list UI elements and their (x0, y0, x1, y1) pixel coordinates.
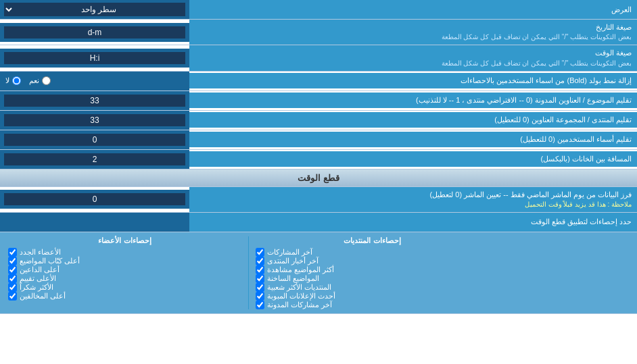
bold-remove-label: إزالة نمط بولد (Bold) من اسماء المستخدمي… (189, 73, 637, 88)
cb-hot-topics-input[interactable] (256, 274, 264, 283)
member-stats-header: إحصاءات الأعضاء (8, 236, 241, 245)
cb-top-inviters: أعلى الداعين (8, 265, 241, 274)
bold-no-radio[interactable] (12, 76, 21, 85)
cb-latest-classifieds-input[interactable] (256, 292, 264, 301)
gap-label: المسافة بين الخانات (بالبكسل) (189, 151, 637, 167)
cb-top-violators-input[interactable] (8, 292, 17, 301)
cutoff-input-cell (0, 190, 189, 209)
cb-forum-news-input[interactable] (256, 257, 264, 265)
bold-remove-radio-cell: نعم لا (0, 72, 189, 90)
cb-forum-news: آخر أخبار المنتدى (256, 257, 489, 265)
cb-new-members: الأعضاء الجدد (8, 248, 241, 257)
cb-most-viewed: أكثر المواضيع مشاهدة (256, 265, 489, 274)
cb-latest-posts: آخر المشاركات (256, 248, 489, 257)
user-order-label-line1: تقليم أسماء المستخدمين (0 للتعطيل) (195, 134, 632, 145)
gap-input-cell (0, 150, 189, 169)
bold-yes-label[interactable]: نعم (29, 76, 51, 85)
user-order-input[interactable] (4, 134, 185, 146)
forum-stats-col: إحصاءات المنتديات آخر المشاركات آخر أخبا… (253, 236, 492, 309)
gap-label-line1: المسافة بين الخانات (بالبكسل) (195, 154, 632, 164)
display-select-cell: سطر واحد سطرين ثلاثة أسطر (0, 0, 189, 19)
cutoff-label: فرز البيانات من يوم الماشر الماضي فقط --… (189, 187, 637, 212)
cb-hot-topics: المواضيع الساخنة (256, 274, 489, 283)
cutoff-input[interactable] (4, 193, 185, 205)
date-format-input[interactable] (4, 26, 185, 38)
display-label: العرض (189, 3, 637, 17)
cb-most-viewed-input[interactable] (256, 265, 264, 274)
cb-latest-posts-input[interactable] (256, 248, 264, 257)
stats-apply-cell (0, 213, 189, 232)
cb-top-posters: أعلى كتّاب المواضيع (8, 257, 241, 265)
cutoff-label-line1: فرز البيانات من يوم الماشر الماضي فقط --… (195, 190, 632, 200)
user-order-input-cell (0, 130, 189, 149)
cutoff-label-note: ملاحظة : هذا قد يزيد قبلاً وقت التحميل (195, 200, 632, 209)
date-format-label-line1: صيغة التاريخ (195, 22, 632, 32)
cb-new-members-input[interactable] (8, 248, 17, 257)
cb-popular-forums-input[interactable] (256, 283, 264, 292)
stats-apply-label: حدد إحصاءات لتطبيق قطع الوقت (189, 214, 637, 230)
gap-input[interactable] (4, 153, 185, 165)
cutoff-section-header: قطع الوقت (0, 170, 637, 187)
forum-order-label-line1: تقليم المنتدى / المجموعة العناوين (0 للت… (195, 115, 632, 125)
cb-top-inviters-input[interactable] (8, 265, 17, 274)
topic-order-input-cell (0, 91, 189, 110)
bold-yes-radio[interactable] (42, 76, 51, 85)
cb-popular-forums: المنتديات الأكثر شعبية (256, 283, 489, 292)
date-format-label: صيغة التاريخ بعض التكوينات يتطلب "/" الت… (189, 20, 637, 45)
display-select[interactable]: سطر واحد سطرين ثلاثة أسطر (4, 3, 185, 16)
user-order-label: تقليم أسماء المستخدمين (0 للتعطيل) (189, 132, 637, 147)
cb-top-rated: الأعلى تقييم (8, 274, 241, 283)
cb-top-rated-input[interactable] (8, 274, 17, 283)
empty-col (492, 236, 632, 309)
time-format-input-cell (0, 49, 189, 68)
topic-order-label-line1: تقليم الموضوع / العناوين المدونة (0 -- ا… (195, 95, 632, 105)
cb-most-thanked: الأكثر شكراً (8, 283, 241, 292)
time-format-input[interactable] (4, 52, 185, 64)
cb-most-thanked-input[interactable] (8, 283, 17, 292)
date-format-label-line2: بعض التكوينات يتطلب "/" التي يمكن ان تضا… (195, 32, 632, 42)
member-stats-col: إحصاءات الأعضاء الأعضاء الجدد أعلى كتّاب… (5, 236, 244, 309)
cb-blog-posts: آخر مشاركات المدونة (256, 301, 489, 309)
time-format-label-line1: صيغة الوقت (195, 48, 632, 58)
cb-top-posters-input[interactable] (8, 257, 17, 265)
forum-order-label: تقليم المنتدى / المجموعة العناوين (0 للت… (189, 112, 637, 128)
checkboxes-section: إحصاءات المنتديات آخر المشاركات آخر أخبا… (0, 232, 637, 314)
forum-stats-header: إحصاءات المنتديات (256, 236, 489, 245)
topic-order-label: تقليم الموضوع / العناوين المدونة (0 -- ا… (189, 93, 637, 108)
col-divider (248, 236, 249, 309)
topic-order-input[interactable] (4, 95, 185, 107)
forum-order-input-cell (0, 111, 189, 130)
cb-blog-posts-input[interactable] (256, 301, 264, 309)
bold-remove-label-line1: إزالة نمط بولد (Bold) من اسماء المستخدمي… (195, 76, 632, 86)
cutoff-section-title: قطع الوقت (298, 173, 339, 183)
bold-no-label[interactable]: لا (5, 76, 21, 85)
cb-latest-classifieds: أحدث الإعلانات المبوبة (256, 292, 489, 301)
date-format-input-cell (0, 23, 189, 42)
cb-top-violators: أعلى المخالفين (8, 292, 241, 301)
time-format-label-line2: بعض التكوينات يتطلب "/" التي يمكن ان تضا… (195, 59, 632, 68)
time-format-label: صيغة الوقت بعض التكوينات يتطلب "/" التي … (189, 45, 637, 70)
forum-order-input[interactable] (4, 114, 185, 126)
